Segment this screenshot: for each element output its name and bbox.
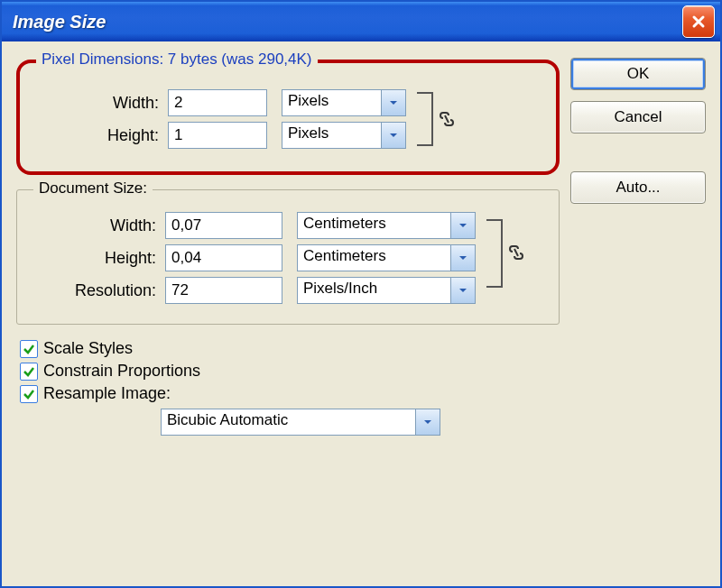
combo-value: Pixels <box>282 89 381 116</box>
auto-button[interactable]: Auto... <box>570 171 706 204</box>
scale-styles-checkbox[interactable]: Scale Styles <box>20 339 560 358</box>
pixel-height-input[interactable] <box>168 122 267 149</box>
constrain-link-icon <box>437 109 457 129</box>
doc-height-label: Height: <box>30 249 165 268</box>
combo-value: Pixels/Inch <box>297 277 450 304</box>
constrain-proportions-label: Constrain Proportions <box>43 362 200 381</box>
window-title: Image Size <box>13 12 106 32</box>
document-size-legend: Document Size: <box>33 179 153 198</box>
title-bar: Image Size <box>2 2 720 41</box>
checkmark-icon <box>23 388 35 400</box>
resample-image-checkbox[interactable]: Resample Image: <box>20 384 560 403</box>
pixel-height-label: Height: <box>32 126 168 145</box>
doc-width-label: Width: <box>30 216 165 235</box>
cancel-button-label: Cancel <box>615 108 662 126</box>
checkbox-box[interactable] <box>20 363 38 381</box>
combo-value: Centimeters <box>297 212 450 239</box>
doc-height-input[interactable] <box>165 244 282 271</box>
pixel-dimensions-group: Pixel Dimensions: 7 bytes (was 290,4K) W… <box>16 60 560 175</box>
pixel-height-unit-combo[interactable]: Pixels <box>282 122 406 149</box>
doc-width-input[interactable] <box>165 212 282 239</box>
checkbox-box[interactable] <box>20 385 38 403</box>
close-button[interactable] <box>682 5 715 38</box>
chevron-down-icon[interactable] <box>381 89 406 116</box>
combo-value: Centimeters <box>297 244 450 271</box>
close-icon <box>691 14 706 29</box>
constrain-proportions-checkbox[interactable]: Constrain Proportions <box>20 362 560 381</box>
chevron-down-icon[interactable] <box>381 122 406 149</box>
pixel-width-unit-combo[interactable]: Pixels <box>282 89 406 116</box>
checkmark-icon <box>23 365 35 378</box>
image-size-dialog: Image Size Pixel Dimensions: 7 bytes (wa… <box>0 0 722 588</box>
scale-styles-label: Scale Styles <box>43 339 133 358</box>
combo-value: Pixels <box>282 122 381 149</box>
resample-image-label: Resample Image: <box>43 384 171 403</box>
resample-method-combo[interactable]: Bicubic Automatic <box>161 409 440 436</box>
doc-res-unit-combo[interactable]: Pixels/Inch <box>297 277 476 304</box>
doc-res-input[interactable] <box>165 277 282 304</box>
chevron-down-icon[interactable] <box>450 212 476 239</box>
pixel-dimensions-legend: Pixel Dimensions: 7 bytes (was 290,4K) <box>36 51 318 69</box>
document-size-group: Document Size: Width: Centimeters <box>16 189 560 325</box>
doc-res-label: Resolution: <box>30 281 165 300</box>
combo-value: Bicubic Automatic <box>161 409 415 436</box>
doc-width-unit-combo[interactable]: Centimeters <box>297 212 476 239</box>
auto-button-label: Auto... <box>616 179 660 197</box>
ok-button[interactable]: OK <box>570 58 706 90</box>
svg-line-0 <box>445 115 449 123</box>
checkbox-box[interactable] <box>20 340 38 358</box>
pixel-width-label: Width: <box>32 94 168 113</box>
chevron-down-icon[interactable] <box>415 409 440 436</box>
svg-line-1 <box>514 249 518 256</box>
cancel-button[interactable]: Cancel <box>570 101 706 133</box>
constrain-link-icon <box>506 243 526 262</box>
checkmark-icon <box>23 343 35 355</box>
ok-button-label: OK <box>627 65 650 83</box>
doc-height-unit-combo[interactable]: Centimeters <box>297 244 476 271</box>
pixel-width-input[interactable] <box>168 89 267 116</box>
chevron-down-icon[interactable] <box>450 277 476 304</box>
chevron-down-icon[interactable] <box>450 244 476 271</box>
